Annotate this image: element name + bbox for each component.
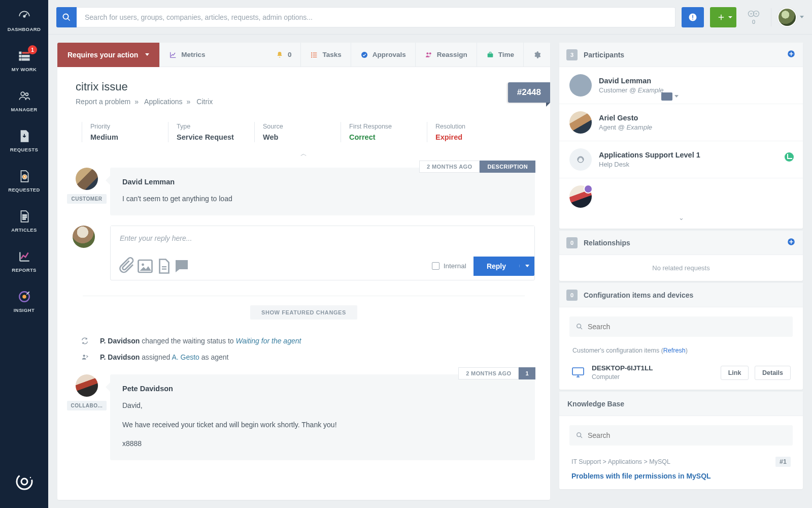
plus-icon [717,13,726,22]
config-search[interactable] [569,316,793,337]
tool-reassign[interactable]: Reassign [415,43,477,67]
svg-point-17 [29,477,30,478]
svg-rect-3 [19,55,21,57]
svg-rect-45 [572,368,584,375]
reply-input[interactable] [111,226,534,250]
profile-menu[interactable] [777,8,804,27]
svg-point-41 [83,355,85,357]
reassign-icon [425,51,433,59]
svg-rect-6 [22,58,29,60]
svg-rect-22 [692,19,693,20]
avatar [569,111,592,134]
brand-logo [14,459,35,508]
audit-entry: P. Davidson changed the waiting status t… [73,333,535,349]
svg-point-0 [23,15,25,17]
ci-details-button[interactable]: Details [755,366,791,380]
metrics-icon [169,51,177,59]
attach-button[interactable] [118,258,136,274]
search-icon [576,323,584,331]
svg-rect-21 [692,15,693,18]
helpdesk-icon [569,148,592,171]
my-work-badge: 1 [28,45,37,54]
config-search-input[interactable] [584,323,787,331]
reply-dropdown[interactable] [519,265,534,267]
nav-requests[interactable]: REQUESTS [0,120,48,161]
participant-row[interactable]: David LemmanCustomer @ Example [559,67,803,104]
svg-point-7 [21,92,24,96]
user-avatar [777,8,797,27]
paperclip-icon [118,257,136,275]
show-featured-changes[interactable]: SHOW FEATURED CHANGES [250,305,357,320]
create-button[interactable] [710,7,736,27]
reply-button[interactable]: Reply [473,257,534,276]
tool-notifications[interactable]: 0 [266,43,301,67]
participant-row[interactable]: Ariel GestoAgent @ Example [559,104,803,141]
nav-insight[interactable]: INSIGHT [0,281,48,321]
nav-requested[interactable]: REQUESTED [0,161,48,201]
nav-reports[interactable]: REPORTS [0,241,48,281]
chat-icon [173,257,191,275]
nav-my-work[interactable]: 1 MY WORK [0,40,48,80]
svg-point-15 [17,474,32,489]
global-search-input[interactable] [77,7,675,27]
internal-checkbox[interactable]: Internal [432,262,466,270]
gauge-icon [18,9,31,22]
insight-icon [18,290,31,303]
search-button[interactable] [56,7,77,27]
avatar [76,374,98,397]
svg-rect-12 [22,218,25,219]
tasks-icon [310,51,318,59]
svg-point-25 [750,13,752,14]
tool-approvals[interactable]: Approvals [351,43,415,67]
svg-rect-40 [162,268,166,269]
nav-dashboard[interactable]: DASHBOARD [0,0,48,40]
image-button[interactable] [136,258,154,274]
tool-settings[interactable] [523,43,550,67]
canned-button[interactable] [173,258,191,274]
svg-rect-1 [19,52,21,53]
gear-icon [533,51,541,59]
svg-rect-27 [311,52,312,53]
svg-point-8 [25,93,28,96]
vcard-icon[interactable] [661,92,672,101]
svg-rect-30 [313,54,317,55]
add-participant-button[interactable] [787,49,796,60]
message-collaborator: COLLABO... 2 MONTHS AGO 1 Pete Davidson … [73,374,535,460]
svg-rect-10 [22,215,26,216]
tool-time[interactable]: Time [477,43,523,67]
nav-articles[interactable]: ARTICLES [0,201,48,241]
kb-search[interactable] [569,425,793,446]
add-relationship-button[interactable] [787,237,796,248]
chevron-down-icon [800,16,804,18]
expand-participants[interactable]: ⌄ [559,211,803,229]
kb-article-link[interactable]: Problems with file permissions in MySQL [559,469,803,489]
file-button[interactable] [154,258,173,274]
ticket-panel: Requires your action Metrics 0 [57,43,550,500]
refresh-ci-link[interactable]: Refresh [663,347,686,354]
svg-rect-2 [22,52,29,53]
tool-tasks[interactable]: Tasks [300,43,350,67]
audit-entry: P. Davidson assigned A. Gesto as agent [73,349,535,365]
tool-metrics[interactable]: Metrics [159,43,214,67]
briefcase-clock-icon [486,51,494,59]
participant-row[interactable]: Applications Support Level 1Help Desk [559,141,803,178]
article-icon [18,210,31,223]
ticket-properties: PriorityMedium TypeService Request Sourc… [57,115,550,147]
plus-circle-icon [787,49,796,58]
avatar [569,74,592,97]
ci-link-button[interactable]: Link [721,366,749,380]
status-dropdown[interactable]: Requires your action [57,43,159,67]
file-clock-icon [18,170,31,183]
svg-point-16 [21,479,27,485]
participant-extra[interactable] [559,178,803,211]
nav-manager[interactable]: MANAGER [0,80,48,120]
search-icon [576,431,584,439]
svg-point-33 [361,52,367,58]
kb-search-input[interactable] [584,431,787,439]
exclamation-icon [688,13,697,22]
bell-icon [276,51,284,59]
computer-icon [571,367,585,378]
alert-button[interactable] [682,7,704,27]
impersonate-indicator[interactable]: 0 [742,10,765,25]
svg-point-34 [426,52,428,54]
